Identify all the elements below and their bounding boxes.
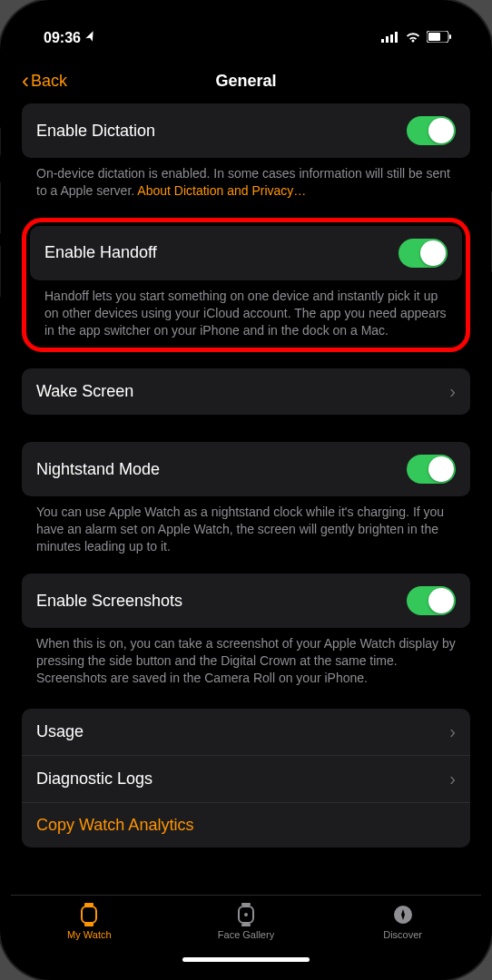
face-gallery-icon: [237, 903, 255, 926]
svg-rect-3: [395, 32, 398, 43]
page-title: General: [215, 72, 276, 91]
chevron-right-icon: ›: [449, 381, 456, 402]
handoff-highlight: Enable Handoff Handoff lets you start so…: [22, 218, 470, 353]
enable-dictation-toggle[interactable]: [407, 116, 456, 145]
nightstand-description: You can use Apple Watch as a nightstand …: [22, 496, 470, 564]
status-time: 09:36: [44, 30, 81, 46]
battery-icon: [427, 30, 452, 46]
tab-discover[interactable]: Discover: [358, 903, 448, 940]
location-services-icon: [82, 29, 99, 48]
chevron-right-icon: ›: [449, 769, 456, 789]
enable-screenshots-label: Enable Screenshots: [36, 592, 182, 611]
svg-rect-5: [428, 33, 440, 41]
notch: [164, 11, 328, 36]
tab-discover-label: Discover: [383, 929, 422, 940]
wifi-icon: [405, 30, 421, 46]
diagnostic-logs-label: Diagnostic Logs: [36, 769, 153, 789]
enable-handoff-row[interactable]: Enable Handoff: [30, 226, 462, 280]
back-button[interactable]: ‹ Back: [22, 70, 67, 92]
content-scroll[interactable]: Enable Dictation On-device dictation is …: [11, 102, 481, 895]
wake-screen-label: Wake Screen: [36, 382, 133, 401]
nightstand-mode-label: Nightstand Mode: [36, 460, 160, 479]
nightstand-mode-toggle[interactable]: [407, 455, 456, 484]
enable-dictation-label: Enable Dictation: [36, 122, 155, 141]
svg-rect-9: [82, 906, 96, 923]
wake-screen-row[interactable]: Wake Screen ›: [22, 368, 470, 415]
enable-handoff-toggle[interactable]: [399, 239, 448, 268]
mute-switch: [0, 127, 1, 156]
svg-rect-6: [449, 34, 451, 39]
usage-row[interactable]: Usage ›: [22, 709, 470, 756]
svg-rect-2: [390, 34, 393, 43]
volume-down: [0, 245, 1, 298]
usage-label: Usage: [36, 722, 84, 741]
home-indicator[interactable]: [182, 957, 310, 962]
handoff-description: Handoff lets you start something on one …: [30, 280, 462, 343]
copy-watch-analytics-label: Copy Watch Analytics: [36, 816, 193, 835]
watch-icon: [79, 903, 99, 926]
tab-my-watch[interactable]: My Watch: [44, 903, 134, 940]
enable-handoff-label: Enable Handoff: [44, 243, 157, 262]
chevron-left-icon: ‹: [22, 70, 29, 92]
svg-rect-10: [241, 903, 251, 906]
cellular-signal-icon: [381, 30, 399, 46]
svg-rect-1: [386, 36, 389, 43]
toggle-knob: [428, 118, 454, 143]
diagnostic-logs-row[interactable]: Diagnostic Logs ›: [22, 756, 470, 803]
svg-point-13: [244, 913, 248, 916]
phone-frame: 09:36 ‹ Back Gen: [0, 0, 492, 980]
toggle-knob: [428, 588, 454, 613]
compass-icon: [392, 903, 414, 926]
volume-up: [0, 181, 1, 234]
chevron-right-icon: ›: [449, 721, 456, 742]
screenshots-description: When this is on, you can take a screensh…: [22, 628, 470, 696]
tab-my-watch-label: My Watch: [67, 929, 112, 940]
svg-rect-0: [381, 39, 384, 43]
tab-face-gallery-label: Face Gallery: [218, 929, 274, 940]
copy-watch-analytics-row[interactable]: Copy Watch Analytics: [22, 803, 470, 848]
svg-rect-11: [241, 924, 251, 926]
nightstand-mode-row[interactable]: Nightstand Mode: [22, 442, 470, 496]
back-label: Back: [31, 72, 67, 91]
enable-screenshots-toggle[interactable]: [407, 586, 456, 615]
screen: 09:36 ‹ Back Gen: [11, 11, 481, 969]
enable-dictation-row[interactable]: Enable Dictation: [22, 103, 470, 158]
dictation-description: On-device dictation is enabled. In some …: [22, 158, 470, 209]
toggle-knob: [420, 240, 446, 266]
toggle-knob: [428, 456, 454, 482]
usage-group: Usage › Diagnostic Logs › Copy Watch Ana…: [22, 709, 470, 848]
enable-screenshots-row[interactable]: Enable Screenshots: [22, 573, 470, 628]
dictation-privacy-link[interactable]: About Dictation and Privacy…: [137, 183, 306, 198]
nav-bar: ‹ Back General: [11, 60, 481, 102]
tab-face-gallery[interactable]: Face Gallery: [201, 903, 291, 940]
